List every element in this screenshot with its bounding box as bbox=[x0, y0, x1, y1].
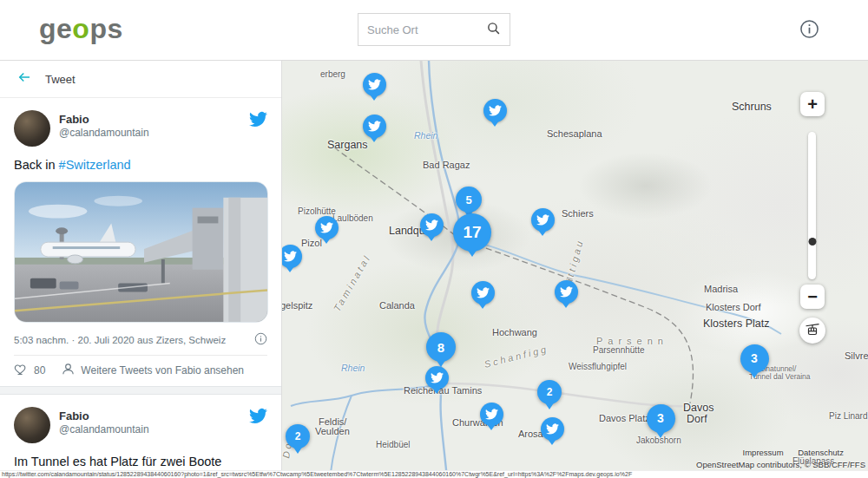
tweet-marker[interactable] bbox=[363, 115, 386, 138]
sidebar-header: Tweet bbox=[0, 61, 281, 98]
cluster-count: 3 bbox=[657, 411, 664, 425]
logo-text: ge bbox=[39, 13, 72, 44]
zoom-slider-handle[interactable] bbox=[808, 238, 816, 246]
card-separator bbox=[0, 386, 281, 395]
tweet-text: Back in bbox=[14, 158, 56, 172]
cable-car-button[interactable] bbox=[799, 318, 825, 344]
tweet-text: Im Tunnel es hat Platz für zwei Boote bbox=[14, 455, 221, 468]
tweet-marker[interactable] bbox=[483, 99, 507, 122]
hashtag-link[interactable]: #Switzerland bbox=[59, 158, 131, 172]
status-url: https://twitter.com/calandamountain/stat… bbox=[0, 470, 868, 478]
cluster-count: 17 bbox=[463, 223, 481, 242]
tweet-handle[interactable]: @calandamountain bbox=[59, 423, 249, 435]
twitter-icon bbox=[536, 213, 549, 226]
map-attribution-links: Impressum Datenschutz bbox=[731, 448, 844, 457]
tweet-cluster-marker[interactable]: 2 bbox=[537, 380, 562, 404]
divider bbox=[14, 355, 267, 356]
zoom-out-button[interactable]: − bbox=[800, 285, 825, 309]
twitter-icon bbox=[431, 371, 444, 384]
twitter-icon[interactable] bbox=[249, 110, 267, 132]
tweet-marker[interactable] bbox=[315, 216, 339, 239]
tweet-marker[interactable] bbox=[282, 245, 302, 268]
logo-text2: ps bbox=[89, 13, 122, 44]
twitter-icon bbox=[546, 422, 559, 435]
twitter-icon bbox=[368, 78, 381, 91]
tweet-author[interactable]: Fabio bbox=[59, 409, 249, 422]
app-header: geops bbox=[0, 0, 868, 61]
map[interactable]: erbergSchrunsSargansRheinBad RagazSchesa… bbox=[282, 61, 868, 478]
search-icon[interactable] bbox=[486, 21, 501, 39]
map-copyright: OpenStreetMap contributors, © SBB/CFF/FF… bbox=[696, 460, 865, 469]
twitter-icon bbox=[477, 286, 490, 299]
datenschutz-link[interactable]: Datenschutz bbox=[798, 448, 844, 457]
cluster-count: 5 bbox=[465, 193, 471, 206]
more-tweets-link[interactable]: Weitere Tweets von Fabio ansehen bbox=[81, 364, 244, 377]
tweet-card: Fabio @calandamountain Im Tunnel es hat … bbox=[0, 395, 281, 478]
avatar[interactable] bbox=[14, 407, 50, 443]
tweet-photo[interactable] bbox=[14, 181, 268, 323]
info-icon[interactable] bbox=[254, 332, 267, 347]
twitter-icon[interactable] bbox=[249, 407, 267, 429]
tweet-cluster-marker[interactable]: 2 bbox=[286, 424, 310, 449]
tweet-marker[interactable] bbox=[541, 417, 564, 441]
info-button[interactable] bbox=[798, 18, 821, 42]
tweet-cluster-marker[interactable]: 3 bbox=[740, 344, 769, 373]
back-arrow-icon[interactable] bbox=[16, 69, 32, 88]
zoom-slider[interactable] bbox=[808, 132, 816, 279]
twitter-icon bbox=[284, 250, 297, 263]
tweet-author[interactable]: Fabio bbox=[59, 113, 249, 126]
tweet-cluster-marker[interactable]: 5 bbox=[456, 187, 482, 213]
tweet-marker[interactable] bbox=[480, 403, 503, 426]
tweet-handle[interactable]: @calandamountain bbox=[59, 127, 249, 139]
tweet-marker[interactable] bbox=[363, 73, 386, 96]
twitter-icon bbox=[425, 219, 438, 232]
cluster-count: 2 bbox=[547, 386, 553, 398]
zoom-in-button[interactable]: + bbox=[800, 92, 825, 116]
avatar[interactable] bbox=[14, 110, 50, 147]
tweet-marker[interactable] bbox=[531, 208, 555, 232]
twitter-icon bbox=[560, 285, 573, 298]
like-icon[interactable] bbox=[14, 362, 29, 379]
airport-photo-illustration bbox=[15, 182, 267, 322]
search-box bbox=[358, 13, 510, 46]
tweet-marker[interactable] bbox=[425, 366, 449, 390]
tweet-card: Fabio @calandamountain Back in #Switzerl… bbox=[0, 98, 281, 386]
like-count: 80 bbox=[34, 364, 45, 377]
impressum-link[interactable]: Impressum bbox=[743, 448, 784, 457]
tweet-timestamp: 5:03 nachm. · 20. Juli 2020 aus Zizers, … bbox=[14, 335, 226, 345]
map-markers-layer: 58233217 bbox=[282, 61, 868, 478]
twitter-icon bbox=[368, 120, 381, 133]
cluster-count: 8 bbox=[437, 340, 444, 355]
search-input[interactable] bbox=[367, 23, 486, 36]
twitter-icon bbox=[485, 408, 498, 421]
app-window: geops Tweet Fabio @calandamountai bbox=[0, 0, 868, 478]
logo-o: o bbox=[72, 13, 89, 44]
tweet-marker[interactable] bbox=[420, 213, 444, 237]
geops-logo[interactable]: geops bbox=[39, 13, 123, 45]
twitter-icon bbox=[489, 104, 502, 117]
tweet-cluster-marker[interactable]: 8 bbox=[426, 332, 456, 362]
cluster-count: 3 bbox=[751, 351, 758, 365]
tweet-marker[interactable] bbox=[555, 280, 578, 304]
tweet-sidebar: Tweet Fabio @calandamountain Back in #Sw… bbox=[0, 61, 282, 478]
twitter-icon bbox=[320, 221, 333, 234]
tweet-marker[interactable] bbox=[471, 281, 495, 304]
cluster-count: 2 bbox=[295, 430, 301, 442]
tweet-cluster-marker[interactable]: 3 bbox=[647, 404, 675, 433]
tweet-cluster-marker[interactable]: 17 bbox=[453, 213, 491, 252]
person-icon[interactable] bbox=[61, 362, 76, 379]
panel-title: Tweet bbox=[45, 73, 76, 86]
